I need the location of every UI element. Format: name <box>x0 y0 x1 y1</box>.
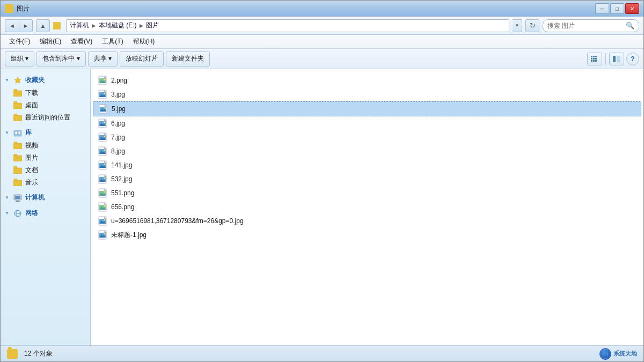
svg-rect-9 <box>613 56 616 62</box>
status-count: 12 个对象 <box>24 349 53 358</box>
svg-rect-4 <box>593 58 595 60</box>
panel-button[interactable] <box>609 53 624 65</box>
organize-button[interactable]: 组织 ▾ <box>5 51 34 67</box>
sidebar-item-desktop[interactable]: 桌面 <box>1 99 90 112</box>
svg-rect-20 <box>18 131 20 134</box>
search-input[interactable] <box>547 22 624 29</box>
file-item[interactable]: 532.jpg <box>93 172 641 186</box>
svg-point-45 <box>104 93 106 94</box>
sidebar-item-recent[interactable]: 最近访问的位置 <box>1 112 90 124</box>
search-bar: 🔍 <box>543 19 639 32</box>
menu-edit[interactable]: 编辑(E) <box>35 36 65 47</box>
file-item[interactable]: 656.png <box>93 200 641 214</box>
file-item[interactable]: u=3696516981,3671280793&fm=26&gp=0.jpg <box>93 214 641 228</box>
svg-rect-10 <box>617 56 620 62</box>
downloads-label: 下载 <box>25 88 38 98</box>
breadcrumb-drive[interactable]: 本地磁盘 (E:) <box>99 21 137 30</box>
recent-label: 最近访问的位置 <box>25 113 70 122</box>
svg-rect-31 <box>16 200 19 201</box>
svg-rect-13 <box>14 89 17 91</box>
file-icon <box>97 201 109 213</box>
file-icon <box>98 103 109 115</box>
address-dropdown[interactable]: ▼ <box>513 19 522 32</box>
watermark-globe <box>599 348 611 360</box>
recent-icon <box>13 114 22 122</box>
address-path[interactable]: 计算机 ► 本地磁盘 (E:) ► 图片 <box>66 19 509 32</box>
favorites-arrow: ▼ <box>5 78 10 83</box>
file-item[interactable]: 3.jpg <box>93 87 641 101</box>
file-item[interactable]: 8.jpg <box>93 144 641 158</box>
file-item[interactable]: 5.jpg <box>93 101 641 116</box>
file-icon <box>97 173 109 185</box>
slideshow-button[interactable]: 放映幻灯片 <box>120 51 164 67</box>
search-icon[interactable]: 🔍 <box>626 21 634 29</box>
window-title: 图片 <box>17 4 30 13</box>
menu-file[interactable]: 文件(F) <box>5 36 34 47</box>
svg-rect-17 <box>14 114 17 116</box>
file-icon <box>97 131 109 143</box>
up-button[interactable]: ▲ <box>36 19 50 32</box>
window-icon <box>5 4 13 13</box>
close-button[interactable]: ✕ <box>625 3 639 14</box>
svg-point-80 <box>104 191 106 193</box>
help-button[interactable]: ? <box>626 53 639 65</box>
file-item[interactable]: 551.png <box>93 186 641 200</box>
video-icon <box>13 142 22 150</box>
menu-tools[interactable]: 工具(T) <box>98 36 127 47</box>
svg-rect-15 <box>14 101 17 104</box>
network-header[interactable]: ▼ 网络 <box>1 206 90 220</box>
file-list: 2.png3.jpg5.jpg6.jpg7.jpg8.jpg141.jpg532… <box>91 69 643 345</box>
file-item[interactable]: 2.png <box>93 73 641 87</box>
forward-button[interactable]: ► <box>19 19 33 32</box>
library-header[interactable]: ▼ 库 <box>1 126 90 139</box>
svg-point-70 <box>104 164 106 165</box>
view-button[interactable] <box>587 53 602 65</box>
computer-arrow: ▼ <box>5 195 10 201</box>
svg-point-65 <box>104 150 106 151</box>
network-icon <box>13 209 22 218</box>
svg-rect-27 <box>13 180 22 186</box>
file-item[interactable]: 7.jpg <box>93 130 641 144</box>
svg-rect-0 <box>591 56 592 57</box>
file-name: 2.png <box>111 77 127 84</box>
svg-rect-14 <box>13 103 22 109</box>
computer-header[interactable]: ▼ 计算机 <box>1 191 90 204</box>
svg-rect-16 <box>13 115 22 121</box>
svg-point-40 <box>104 79 106 80</box>
sidebar-item-docs[interactable]: 文档 <box>1 164 90 176</box>
new-folder-button[interactable]: 新建文件夹 <box>166 51 210 67</box>
svg-rect-24 <box>14 154 17 156</box>
restore-button[interactable]: □ <box>610 3 624 14</box>
svg-rect-12 <box>13 91 22 97</box>
library-title: 库 <box>25 128 32 137</box>
sidebar-item-music[interactable]: 音乐 <box>1 176 90 189</box>
music-icon <box>13 179 22 187</box>
sidebar-item-downloads[interactable]: 下载 <box>1 87 90 99</box>
file-item[interactable]: 141.jpg <box>93 158 641 172</box>
svg-rect-2 <box>595 56 597 57</box>
file-name: 532.jpg <box>111 175 132 183</box>
file-item[interactable]: 6.jpg <box>93 116 641 130</box>
sidebar-item-pictures[interactable]: 图片 <box>1 152 90 164</box>
svg-rect-26 <box>14 166 17 168</box>
sidebar-item-video[interactable]: 视频 <box>1 139 90 152</box>
include-button[interactable]: 包含到库中 ▾ <box>36 51 85 67</box>
computer-icon <box>13 194 22 202</box>
svg-point-85 <box>104 205 106 207</box>
menu-view[interactable]: 查看(V) <box>67 36 97 47</box>
library-icon <box>13 129 22 137</box>
svg-rect-32 <box>16 201 20 202</box>
video-label: 视频 <box>25 141 38 150</box>
menu-help[interactable]: 帮助(H) <box>129 36 159 47</box>
file-icon <box>97 88 109 100</box>
refresh-button[interactable]: ↻ <box>525 19 539 32</box>
file-item[interactable]: 未标题-1.jpg <box>93 228 641 242</box>
favorites-header[interactable]: ▼ 收藏夹 <box>1 73 90 87</box>
breadcrumb-computer[interactable]: 计算机 <box>70 21 89 30</box>
minimize-button[interactable]: ─ <box>595 3 609 14</box>
watermark-text: 系统天地 <box>613 350 637 358</box>
back-button[interactable]: ◄ <box>5 19 19 32</box>
share-button[interactable]: 共享 ▾ <box>88 51 118 67</box>
breadcrumb-folder[interactable]: 图片 <box>146 21 159 30</box>
computer-title: 计算机 <box>25 193 45 202</box>
